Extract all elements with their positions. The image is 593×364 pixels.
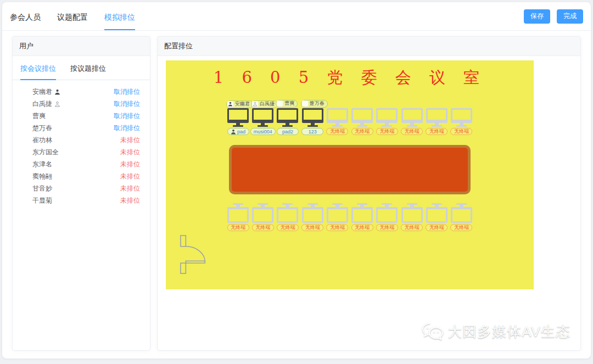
- monitor-icon[interactable]: [376, 203, 398, 223]
- monitor-icon[interactable]: [252, 108, 273, 127]
- user-status-link[interactable]: 未排位: [120, 184, 140, 193]
- monitor-icon[interactable]: [451, 203, 472, 223]
- door-icon: [180, 235, 209, 275]
- user-name: 东方国全: [32, 148, 59, 157]
- monitor-icon[interactable]: [376, 108, 398, 127]
- left-panel-tab[interactable]: 按议题排位: [70, 64, 106, 80]
- terminal-label: 无终端: [355, 128, 370, 135]
- user-row: 崔功林未排位: [32, 134, 140, 146]
- person-outline-icon: [54, 101, 60, 107]
- monitor-icon[interactable]: [252, 203, 273, 223]
- chat-bubbles-icon: [421, 322, 444, 341]
- monitor-icon[interactable]: [227, 203, 249, 223]
- monitor-icon[interactable]: [277, 203, 298, 223]
- monitor-icon[interactable]: [426, 203, 447, 223]
- monitor-icon[interactable]: [401, 203, 423, 223]
- monitor-icon[interactable]: [351, 108, 373, 127]
- monitor-icon[interactable]: [327, 108, 348, 127]
- seat: 无终端: [400, 203, 424, 231]
- user-name: 白禹捷: [32, 99, 60, 109]
- terminal-label: 无终端: [355, 224, 370, 231]
- terminal-tag: 无终端: [252, 224, 274, 231]
- terminal-label: 无终端: [330, 224, 345, 231]
- user-status-link[interactable]: 未排位: [120, 160, 140, 169]
- seat: 无终端: [226, 203, 250, 231]
- user-name: 东津名: [32, 160, 52, 169]
- monitor-icon[interactable]: [451, 108, 472, 127]
- terminal-tag: 无终端: [227, 224, 249, 231]
- seat: 无终端: [326, 99, 349, 135]
- seat: 无终端: [425, 203, 449, 231]
- seat: 无终端: [425, 99, 449, 135]
- monitor-icon[interactable]: [401, 108, 423, 127]
- monitor-icon[interactable]: [302, 203, 323, 223]
- seat: 无终端: [350, 203, 374, 231]
- terminal-tag: 无终端: [301, 224, 323, 231]
- monitor-icon[interactable]: [227, 108, 249, 127]
- user-status-link[interactable]: 未排位: [120, 136, 140, 145]
- left-tab-bar: 按会议排位按议题排位: [13, 56, 150, 80]
- user-status-link[interactable]: 未排位: [120, 196, 140, 205]
- seat: 无终端: [276, 203, 299, 231]
- user-row: 东津名未排位: [32, 158, 140, 170]
- user-row: 白禹捷取消排位: [32, 98, 140, 110]
- seat-person-slot: 曹爽: [276, 99, 298, 108]
- user-name: 干显菊: [32, 196, 52, 205]
- user-name: 窦翰翮: [32, 172, 52, 181]
- monitor-icon[interactable]: [277, 108, 298, 127]
- user-name: 曹爽: [32, 111, 46, 121]
- terminal-label: 无终端: [454, 128, 469, 135]
- user-row: 楚万春取消排位: [32, 122, 140, 134]
- done-button[interactable]: 完成: [557, 9, 583, 24]
- monitor-icon[interactable]: [426, 108, 447, 127]
- seat: 无终端: [375, 99, 399, 135]
- seat: 无终端: [400, 99, 424, 135]
- left-panel-tab[interactable]: 按会议排位: [20, 64, 56, 80]
- terminal-label: 无终端: [255, 224, 270, 231]
- seat-person-tag[interactable]: 曹爽: [276, 100, 298, 108]
- user-panel: 用户 按会议排位按议题排位 安幽君取消排位白禹捷取消排位曹爽取消排位楚万春取消排…: [12, 36, 150, 351]
- seat: 无终端: [251, 203, 275, 231]
- user-name: 甘音妙: [32, 184, 52, 193]
- user-panel-title: 用户: [13, 37, 150, 56]
- monitor-icon[interactable]: [327, 203, 348, 223]
- top-seats-row: 安幽君pad白禹捷musi004曹爽pad2楚万春123无终端无终端无终端无终端…: [226, 99, 473, 135]
- user-status-link[interactable]: 取消排位: [114, 99, 140, 109]
- person-filled-icon: [54, 89, 60, 95]
- terminal-label: 无终端: [429, 128, 444, 135]
- user-row: 东方国全未排位: [32, 146, 140, 158]
- save-button[interactable]: 保存: [524, 9, 550, 24]
- terminal-tag: 无终端: [401, 128, 423, 135]
- terminal-label: musi004: [254, 129, 272, 135]
- terminal-tag: 无终端: [376, 224, 398, 231]
- user-name: 安幽君: [32, 87, 60, 97]
- monitor-icon[interactable]: [351, 203, 373, 223]
- watermark: 大因多媒体AV生态: [421, 322, 570, 341]
- top-tab[interactable]: 议题配置: [57, 2, 88, 30]
- seat-person-tag[interactable]: 安幽君: [226, 100, 253, 108]
- seat: 无终端: [301, 203, 325, 231]
- terminal-label: 无终端: [379, 224, 394, 231]
- user-status-link[interactable]: 取消排位: [114, 87, 140, 97]
- monitor-icon[interactable]: [302, 108, 323, 127]
- conference-table: [229, 145, 471, 194]
- terminal-tag: 无终端: [426, 224, 447, 231]
- user-status-link[interactable]: 未排位: [120, 148, 140, 157]
- seat: 安幽君pad: [226, 99, 250, 135]
- user-status-link[interactable]: 取消排位: [114, 111, 140, 121]
- watermark-text: 大因多媒体AV生态: [447, 322, 570, 341]
- top-tab[interactable]: 模拟排位: [104, 2, 135, 30]
- top-tab[interactable]: 参会人员: [10, 2, 41, 30]
- seat: 无终端: [450, 203, 473, 231]
- seat-person-tag[interactable]: 楚万春: [301, 100, 328, 108]
- seat: 楚万春123: [301, 99, 325, 135]
- bottom-seats-row: 无终端无终端无终端无终端无终端无终端无终端无终端无终端无终端: [226, 203, 473, 231]
- person-outline-icon: [252, 101, 258, 107]
- user-name: 楚万春: [32, 124, 52, 133]
- seat-person-tag[interactable]: 白禹捷: [251, 100, 278, 108]
- terminal-tag: 无终端: [450, 224, 472, 231]
- seat: 无终端: [350, 99, 374, 135]
- header-bar: 参会人员议题配置模拟排位 保存 完成: [2, 2, 591, 31]
- user-status-link[interactable]: 未排位: [120, 172, 140, 181]
- user-status-link[interactable]: 取消排位: [114, 124, 140, 133]
